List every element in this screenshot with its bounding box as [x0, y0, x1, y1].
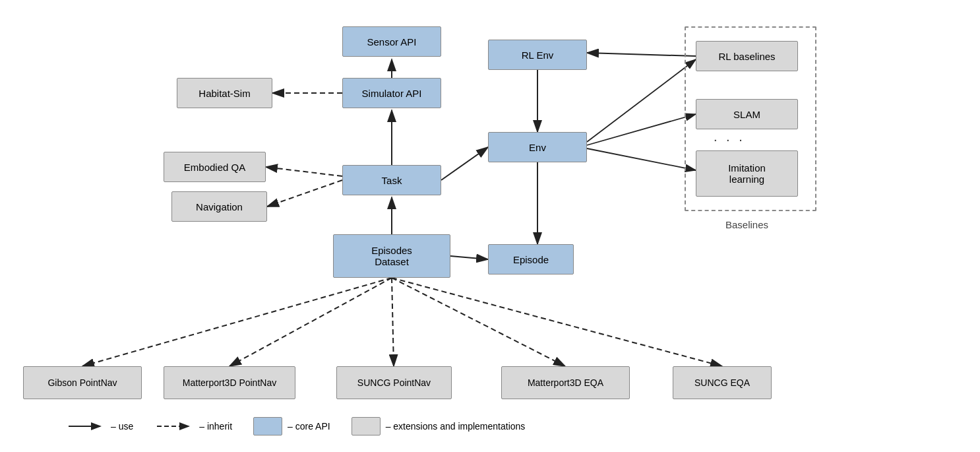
legend: – use – inherit – core API – extensions …	[66, 417, 525, 436]
svg-line-17	[230, 278, 392, 366]
svg-line-16	[82, 278, 392, 366]
legend-inherit-arrow	[154, 420, 194, 433]
slam-box: SLAM	[696, 99, 798, 129]
baselines-label: Baselines	[725, 219, 768, 230]
suncg-eqa-box: SUNCG EQA	[673, 366, 772, 399]
legend-gray-box	[352, 417, 381, 436]
legend-core-api: – core API	[253, 417, 330, 436]
legend-inherit: – inherit	[154, 420, 232, 433]
svg-line-14	[587, 114, 696, 145]
imitation-learning-box: Imitationlearning	[696, 150, 798, 197]
sensor-api-box: Sensor API	[342, 26, 441, 57]
rl-env-box: RL Env	[488, 40, 587, 70]
svg-line-11	[450, 256, 488, 259]
suncg-pointnav-box: SUNCG PointNav	[336, 366, 452, 399]
svg-line-7	[267, 180, 342, 207]
dots-label: · · ·	[714, 132, 745, 147]
legend-blue-box	[253, 417, 282, 436]
svg-line-10	[441, 147, 488, 180]
legend-extensions: – extensions and implementations	[352, 417, 526, 436]
svg-line-13	[587, 59, 696, 142]
legend-use: – use	[66, 420, 133, 433]
embodied-qa-box: Embodied QA	[164, 152, 266, 182]
env-box: Env	[488, 132, 587, 162]
diagram: Baselines · · · Sensor API Simulator API…	[0, 0, 980, 452]
task-box: Task	[342, 165, 441, 195]
legend-use-arrow	[66, 420, 106, 433]
gibson-pointnav-box: Gibson PointNav	[23, 366, 142, 399]
rl-baselines-box: RL baselines	[696, 41, 798, 71]
habitat-sim-box: Habitat-Sim	[177, 78, 272, 108]
matterport3d-pointnav-box: Matterport3D PointNav	[164, 366, 295, 399]
matterport3d-eqa-box: Matterport3D EQA	[501, 366, 630, 399]
episodes-dataset-box: EpisodesDataset	[333, 234, 450, 278]
svg-line-18	[392, 278, 394, 366]
svg-line-20	[392, 278, 722, 366]
svg-line-12	[587, 53, 696, 56]
simulator-api-box: Simulator API	[342, 78, 441, 108]
svg-line-6	[266, 167, 342, 176]
svg-line-19	[392, 278, 565, 366]
svg-line-15	[587, 148, 696, 170]
navigation-box: Navigation	[171, 191, 267, 222]
episode-box: Episode	[488, 244, 574, 274]
